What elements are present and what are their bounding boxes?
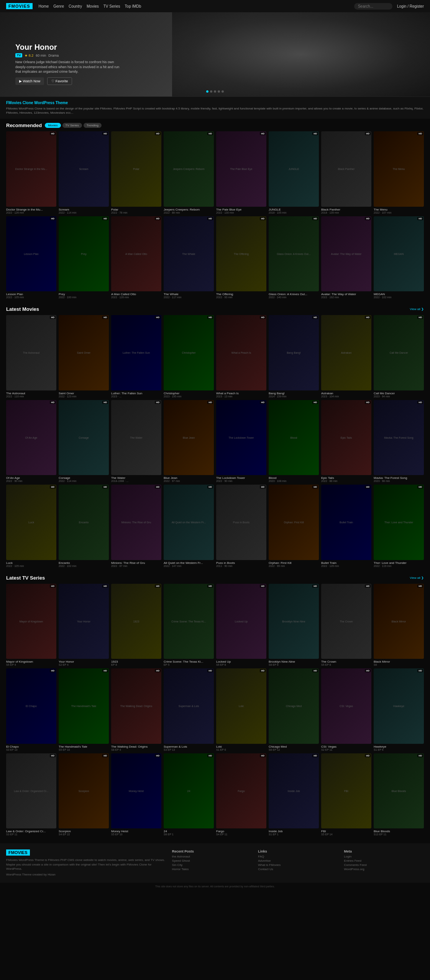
movie-title: 24 (164, 830, 214, 833)
footer-meta-comments[interactable]: Comments Feed (344, 863, 424, 867)
movie-card[interactable]: Blue Bloods HD Blue Bloods S13 EP 11 (374, 753, 424, 836)
latest-tv-view-all[interactable]: View all ❯ (410, 576, 424, 580)
login-link[interactable]: Login / Register (397, 4, 424, 8)
nav-country[interactable]: Country (69, 4, 82, 8)
movie-card[interactable]: Law & Order: Organized Cr... HD Law & Or… (6, 753, 56, 836)
movie-card[interactable]: Brooklyn Nine-Nine HD Brooklyn Nine-Nine… (269, 584, 319, 666)
nav-movies[interactable]: Movies (87, 4, 99, 8)
footer-link-contact[interactable]: Contact Us (258, 867, 338, 871)
movie-card[interactable]: What a Peach Is HD What a Peach Is 2023 … (216, 315, 266, 398)
movie-card[interactable]: Of An Age HD Of An Age 2022 · 90 min (6, 400, 56, 483)
movie-card[interactable]: Scorpion HD Scorpion S4 EP 22 (59, 753, 109, 836)
movie-card[interactable]: Orphan: First Kill HD Orphan: First Kill… (269, 485, 319, 567)
footer-link-faq[interactable]: FAQ (258, 855, 338, 858)
carousel-dot-2[interactable] (210, 90, 212, 93)
footer-meta-entries[interactable]: Entries Feed (344, 859, 424, 862)
movie-card[interactable]: Locked Up HD Locked Up S5 EP 8 (216, 584, 266, 666)
movie-card[interactable]: Bang Bang! HD Bang Bang! 2014 · 159 min (269, 315, 319, 398)
movie-card[interactable]: Luck HD Luck 2022 · 105 min (6, 485, 56, 567)
nav-genre[interactable]: Genre (53, 4, 64, 8)
footer-logo[interactable]: FMOVIES (6, 849, 30, 856)
movie-card[interactable]: Scream HD Scream 2022 · 114 min (59, 131, 109, 214)
movie-card[interactable]: 1923 HD 1923 EP 8 (111, 584, 161, 666)
nav-home[interactable]: Home (39, 4, 49, 8)
footer-link-about[interactable]: What is FMovies (258, 863, 338, 867)
favorite-button[interactable]: ♡ Favorite (47, 77, 72, 85)
movie-card[interactable]: Lesson Plan HD Lesson Plan 2022 · 105 mi… (6, 216, 56, 299)
movie-card[interactable]: Black Mirror HD Black Mirror S6 (374, 584, 424, 666)
tab-trending[interactable]: Trending (84, 123, 102, 128)
movie-card[interactable]: Blood HD Blood 2023 · 108 min (269, 400, 319, 483)
movie-card[interactable]: Superman & Lois HD Superman & Lois S3 EP… (164, 668, 214, 751)
movie-card[interactable]: Doctor Strange in the Mu... HD Doctor St… (6, 131, 56, 214)
movie-card[interactable]: CSI: Vegas HD CSI: Vegas S2 EP 11 (321, 668, 371, 751)
carousel-dot-4[interactable] (218, 90, 220, 93)
movie-card[interactable]: Loki HD Loki S1 EP 6 (216, 668, 266, 751)
nav-tv-series[interactable]: TV Series (103, 4, 120, 8)
movie-card[interactable]: Chicago Med HD Chicago Med S8 EP 12 (269, 668, 319, 751)
carousel-dot-3[interactable] (214, 90, 216, 93)
movie-card[interactable]: Fargo HD Fargo S4 EP 11 (216, 753, 266, 836)
movie-card[interactable]: Your Honor HD Your Honor S2 EP 4 (59, 584, 109, 666)
movie-card[interactable]: Encanto HD Encanto 2022 · 102 min (59, 485, 109, 567)
movie-card[interactable]: Mayor of Kingstown HD Mayor of Kingstown… (6, 584, 56, 666)
movie-card[interactable]: The Water HD The Water 2018-1988 · ... (111, 400, 161, 483)
footer-post-1[interactable]: the Astronaut (172, 855, 252, 858)
movie-card[interactable]: Black Panther HD Black Panther 2018 · 13… (321, 131, 371, 214)
movie-card[interactable]: Glass Onion: A Knives Out... HD Glass On… (269, 216, 319, 299)
nav-top-imdb[interactable]: Top IMDb (125, 4, 141, 8)
movie-card[interactable]: Call Me Dancer HD Call Me Dancer 2023 · … (374, 315, 424, 398)
movie-card[interactable]: 24 HD 24 S8 EP 1 (164, 753, 214, 836)
footer-post-2[interactable]: Speed Ghost (172, 859, 252, 862)
movie-card[interactable]: Epic Tails HD Epic Tails 2022 · 88 min (321, 400, 371, 483)
movie-card[interactable]: Minions: The Rise of Gru HD Minions: The… (111, 485, 161, 567)
footer-link-advertise[interactable]: Advertise (258, 859, 338, 862)
movie-poster-inner: Blue Bloods (374, 753, 424, 829)
movie-card[interactable]: The Crown HD The Crown S5 EP 8 (321, 584, 371, 666)
movie-card[interactable]: The Whale HD The Whale 2022 · 117 min (164, 216, 214, 299)
movie-card[interactable]: The Lockdown Tower HD The Lockdown Tower… (216, 400, 266, 483)
carousel-dot-5[interactable] (222, 90, 224, 93)
movie-card[interactable]: Prey HD Prey 2022 · 100 min (59, 216, 109, 299)
movie-card[interactable]: Jeepers Creepers: Reborn HD Jeepers Cree… (164, 131, 214, 214)
movie-card[interactable]: The Walking Dead: Origins HD The Walking… (111, 668, 161, 751)
movie-card[interactable]: Mavka: The Forest Song HD Mavka: The For… (374, 400, 424, 483)
movie-card[interactable]: The Offering HD The Offering 2022 · 93 m… (216, 216, 266, 299)
tab-tv-series[interactable]: TV Series (62, 123, 82, 128)
search-input[interactable] (354, 3, 392, 10)
movie-card[interactable]: Bullet Train HD Bullet Train 2022 · 126 … (321, 485, 371, 567)
movie-card[interactable]: The Menu HD The Menu 2022 · 107 min (374, 131, 424, 214)
movie-card[interactable]: El Chapo HD El Chapo S3 EP 13 (6, 668, 56, 751)
carousel-dot-1[interactable] (206, 90, 208, 93)
movie-card[interactable]: Inside Job HD Inside Job S1 EP 1 (269, 753, 319, 836)
movie-card[interactable]: Crime Scene: The Texas Ki... HD Crime Sc… (164, 584, 214, 666)
movie-card[interactable]: All Quiet on the Western Fr... HD All Qu… (164, 485, 214, 567)
movie-card[interactable]: Thor: Love and Thunder HD Thor: Love and… (374, 485, 424, 567)
movie-card[interactable]: Avatar: The Way of Water HD Avatar: The … (321, 216, 371, 299)
movie-card[interactable]: Money Heist HD Money Heist S5 EP 10 (111, 753, 161, 836)
movie-card[interactable]: FBI HD FBI S5 EP 14 (321, 753, 371, 836)
footer-post-4[interactable]: Horror Tales (172, 867, 252, 871)
movie-card[interactable]: A Man Called Otto HD A Man Called Otto 2… (111, 216, 161, 299)
footer-meta-wp[interactable]: WordPress.org (344, 867, 424, 871)
footer-meta-login[interactable]: Login (344, 855, 424, 858)
movie-card[interactable]: The Pale Blue Eye HD The Pale Blue Eye 2… (216, 131, 266, 214)
movie-card[interactable]: MEGAN HD MEGAN 2022 · 102 min (374, 216, 424, 299)
movie-card[interactable]: Hawkeye HD Hawkeye S1 EP 6 (374, 668, 424, 751)
watch-now-button[interactable]: ▶ Watch Now (15, 77, 44, 85)
movie-card[interactable]: Blue Jean HD Blue Jean 2022 · 97 min (164, 400, 214, 483)
movie-card[interactable]: Polar HD Polar 2022 · 78 min (111, 131, 161, 214)
movie-card[interactable]: Christopher HD Christopher 2023 · 195 mi… (164, 315, 214, 398)
movie-card[interactable]: JUNGLE HD JUNGLE 2018 · 105 min (269, 131, 319, 214)
latest-movies-view-all[interactable]: View all ❯ (410, 307, 424, 311)
site-logo[interactable]: FMOVIES (6, 3, 33, 9)
movie-card[interactable]: Saint Omer HD Saint Omer 2022 · 123 min (59, 315, 109, 398)
movie-card[interactable]: The Astronaut HD The Astronaut 2022 · 11… (6, 315, 56, 398)
movie-card[interactable]: Luther: The Fallen Sun HD Luther: The Fa… (111, 315, 161, 398)
movie-card[interactable]: Astrakan HD Astrakan 2023 · 104 min (321, 315, 371, 398)
movie-card[interactable]: Corsage HD Corsage 2022 · 114 min (59, 400, 109, 483)
movie-card[interactable]: Puss in Boots HD Puss in Boots 2011 · 90… (216, 485, 266, 567)
tab-movies[interactable]: Movies (45, 123, 61, 128)
footer-post-3[interactable]: Sin City (172, 863, 252, 867)
movie-card[interactable]: The Handmaid's Tale HD The Handmaid's Ta… (59, 668, 109, 751)
